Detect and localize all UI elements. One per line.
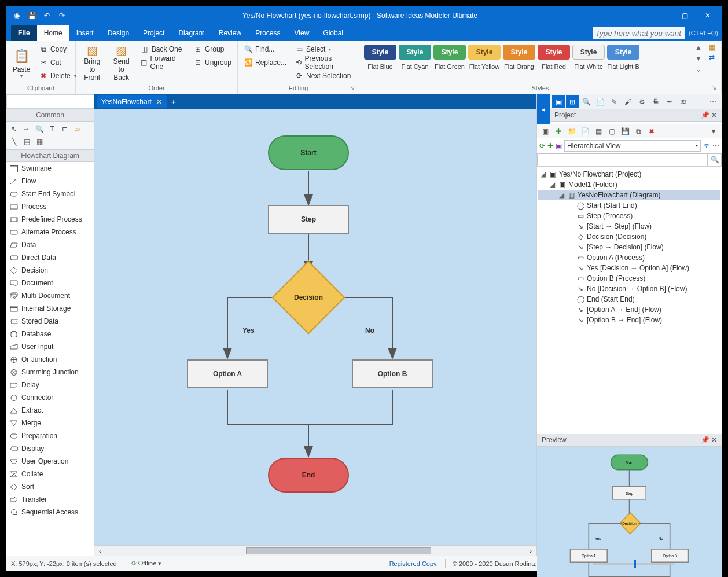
shape-stored-data[interactable]: Stored Data [6, 315, 94, 328]
styles-expand-icon[interactable]: ⌄ [694, 65, 703, 75]
tree-item[interactable]: ◢▣Yes/No Flowchart (Project) [538, 169, 720, 179]
node-end[interactable]: End [268, 458, 349, 493]
shape-decision[interactable]: Decision [6, 264, 94, 277]
pt-add-icon[interactable]: ✚ [553, 126, 564, 137]
line-tool-icon[interactable]: ▱ [72, 124, 83, 134]
style-swatch-1[interactable]: Style [399, 45, 431, 60]
tree-item[interactable]: ▭Option B (Process) [538, 273, 720, 284]
pt-box-icon[interactable]: ▢ [606, 126, 617, 137]
menu-design[interactable]: Design [101, 25, 136, 41]
send-to-back-button[interactable]: ▨Send to Back [108, 42, 134, 83]
replace-button[interactable]: 🔁Replace... [241, 57, 289, 68]
menu-review[interactable]: Review [212, 25, 248, 41]
pt-dropdown-icon[interactable]: ▾ [708, 126, 719, 137]
zoom-slider[interactable] [593, 563, 674, 565]
panel-close-icon[interactable]: ✕ [711, 111, 717, 119]
rt-document-icon[interactable]: 📄 [594, 95, 606, 108]
style-swap-icon[interactable]: ⇄ [709, 53, 715, 61]
pt-save-icon[interactable]: 💾 [619, 126, 631, 137]
pt-layers2-icon[interactable]: ▤ [593, 126, 604, 137]
cut-button[interactable]: ✂Cut [36, 57, 79, 68]
connector-tool-icon[interactable]: ╲ [9, 137, 19, 147]
shape-start-end-symbol[interactable]: Start End Symbol [6, 188, 94, 200]
tree-item[interactable]: ◇Decision (Decision) [538, 231, 720, 242]
tree-expand-icon[interactable]: ◢ [541, 170, 546, 178]
pan-tool-icon[interactable]: ↔ [21, 124, 32, 134]
delete-button[interactable]: ✖Delete▾ [36, 70, 79, 82]
pin-icon[interactable]: 📌 [701, 111, 709, 119]
paste-button[interactable]: 📋 Paste ▾ [10, 42, 33, 83]
rt-diagram-icon[interactable]: ⊞ [566, 95, 579, 108]
text-tool-icon[interactable]: T [47, 124, 57, 134]
style-swatch-7[interactable]: Style [607, 45, 639, 60]
pt-new-icon[interactable]: ▣ [539, 126, 551, 137]
shape-user-input[interactable]: User Input [6, 340, 94, 353]
rt-print-icon[interactable]: 🖶 [649, 95, 662, 108]
style-swatch-6[interactable]: Style [572, 45, 605, 60]
style-swatch-0[interactable]: Style [364, 45, 396, 60]
copy-button[interactable]: ⧉Copy [36, 43, 79, 55]
grid-tool-icon[interactable]: ▦ [34, 137, 45, 147]
editing-launcher-icon[interactable]: ↘ [350, 84, 354, 91]
horizontal-scrollbar[interactable]: ‹› [94, 545, 536, 556]
find-button[interactable]: 🔍Find... [241, 43, 289, 55]
tree-item[interactable]: ◯End (Start End) [538, 294, 720, 304]
shape-swimlane[interactable]: Swimlane [6, 162, 94, 175]
tree-item[interactable]: ▭Step (Process) [538, 211, 720, 221]
shape-connector[interactable]: Connector [6, 391, 94, 404]
tree-item[interactable]: ↘[Option B → End] (Flow) [538, 315, 720, 325]
rt-more-icon[interactable]: ⋯ [707, 95, 719, 108]
menu-view[interactable]: View [288, 25, 317, 41]
container-tool-icon[interactable]: ⊏ [60, 124, 70, 134]
pt-copy-icon[interactable]: ⧉ [633, 126, 644, 137]
shape-flow[interactable]: Flow [6, 175, 94, 188]
pt2-add-icon[interactable]: ✚ [547, 142, 553, 150]
styles-next-icon[interactable]: ▼ [694, 54, 703, 64]
tree-expand-icon[interactable]: ◢ [559, 191, 565, 199]
rt-pen-icon[interactable]: ✒ [663, 95, 676, 108]
tree-item[interactable]: ↘[Step → Decision] (Flow) [538, 242, 720, 252]
tree-item[interactable]: ◢▥YesNoFlowchart (Diagram) [538, 190, 720, 200]
rt-settings-icon[interactable]: ⚙ [635, 95, 648, 108]
tree-item[interactable]: ↘[Option A → End] (Flow) [538, 304, 720, 315]
shape-extract[interactable]: Extract [6, 404, 94, 417]
preview-close-icon[interactable]: ✕ [711, 436, 717, 444]
shape-sequential-access[interactable]: Sequential Access [6, 506, 94, 519]
toolbox-common-header[interactable]: Common [6, 109, 94, 122]
menu-process[interactable]: Process [248, 25, 287, 41]
status-offline[interactable]: ⟳ Offline ▾ [131, 560, 162, 567]
pt2-more-icon[interactable]: ⋯ [712, 142, 719, 150]
shape-sort[interactable]: Sort [6, 480, 94, 493]
shape-multi-document[interactable]: Multi-Document [6, 289, 94, 302]
back-one-button[interactable]: ◫Back One [138, 43, 187, 55]
shape-data[interactable]: Data [6, 238, 94, 251]
tree-item[interactable]: ↘No [Decision → Option B] (Flow) [538, 284, 720, 294]
menu-global[interactable]: Global [316, 25, 350, 41]
node-decision[interactable]: Decision [282, 271, 334, 324]
style-swatch-3[interactable]: Style [468, 45, 501, 60]
tree-item[interactable]: ▭Option A (Process) [538, 252, 720, 263]
shape-display[interactable]: Display [6, 442, 94, 455]
style-swatch-2[interactable]: Style [433, 45, 466, 60]
pt2-refresh-icon[interactable]: ⟳ [539, 142, 545, 150]
tree-item[interactable]: ◯Start (Start End) [538, 200, 720, 211]
style-swatch-4[interactable]: Style [503, 45, 535, 60]
pointer-tool-icon[interactable]: ↖ [9, 124, 19, 134]
rt-model-icon[interactable]: ▣ [552, 95, 565, 108]
toolbox-flowchart-header[interactable]: Flowchart Diagram [6, 149, 94, 162]
shape-collate[interactable]: Collate [6, 468, 94, 480]
document-tab[interactable]: YesNoFlowchart ✕ [97, 95, 167, 108]
menu-project[interactable]: Project [136, 25, 171, 41]
shape-or-junction[interactable]: Or Junction [6, 353, 94, 366]
shape-merge[interactable]: Merge [6, 417, 94, 429]
redo-icon[interactable]: ↷ [56, 10, 68, 21]
project-search-input[interactable] [537, 153, 708, 166]
node-start[interactable]: Start [268, 135, 349, 170]
tree-item[interactable]: ↘[Start → Step] (Flow) [538, 221, 720, 231]
pt-delete-icon[interactable]: ✖ [646, 126, 657, 137]
shape-process[interactable]: Process [6, 200, 94, 213]
menu-home[interactable]: Home [37, 25, 69, 41]
rt-palette-icon[interactable]: 🖌 [622, 95, 634, 108]
menu-insert[interactable]: Insert [69, 25, 101, 41]
shape-delay[interactable]: Delay [6, 378, 94, 391]
